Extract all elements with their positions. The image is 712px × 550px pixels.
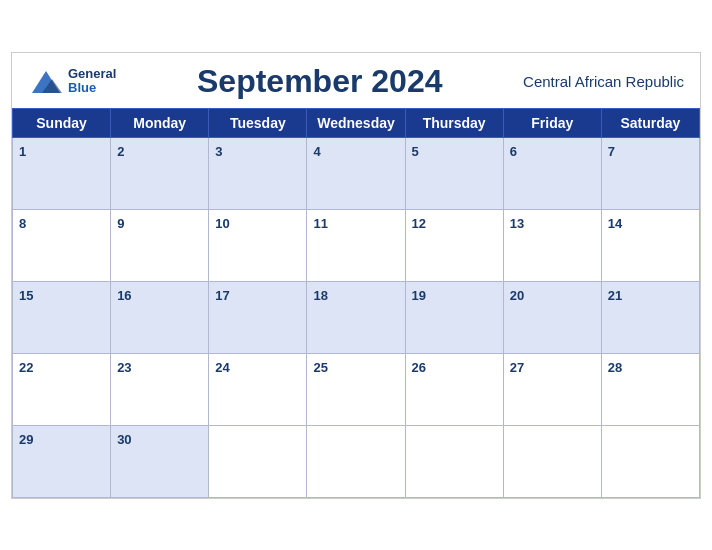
header-wednesday: Wednesday (307, 108, 405, 137)
header-sunday: Sunday (13, 108, 111, 137)
calendar-cell: 7 (601, 137, 699, 209)
calendar-cell: 30 (111, 425, 209, 497)
day-number: 10 (215, 216, 229, 231)
logo-general: General (68, 67, 116, 81)
calendar-cell: 16 (111, 281, 209, 353)
calendar-cell: 17 (209, 281, 307, 353)
calendar-header: General Blue September 2024 Central Afri… (12, 53, 700, 108)
calendar-cell (307, 425, 405, 497)
day-number: 7 (608, 144, 615, 159)
calendar: General Blue September 2024 Central Afri… (11, 52, 701, 499)
calendar-cell: 12 (405, 209, 503, 281)
header-thursday: Thursday (405, 108, 503, 137)
day-number: 13 (510, 216, 524, 231)
calendar-cell: 21 (601, 281, 699, 353)
day-number: 5 (412, 144, 419, 159)
calendar-cell: 11 (307, 209, 405, 281)
calendar-cell: 4 (307, 137, 405, 209)
header-tuesday: Tuesday (209, 108, 307, 137)
calendar-cell: 15 (13, 281, 111, 353)
logo-blue: Blue (68, 81, 116, 95)
country-name: Central African Republic (523, 73, 684, 90)
day-number: 12 (412, 216, 426, 231)
day-number: 14 (608, 216, 622, 231)
day-number: 22 (19, 360, 33, 375)
day-number: 17 (215, 288, 229, 303)
calendar-week-row: 15161718192021 (13, 281, 700, 353)
calendar-week-row: 22232425262728 (13, 353, 700, 425)
day-number: 3 (215, 144, 222, 159)
calendar-table: Sunday Monday Tuesday Wednesday Thursday… (12, 108, 700, 498)
day-number: 15 (19, 288, 33, 303)
day-number: 20 (510, 288, 524, 303)
calendar-cell: 8 (13, 209, 111, 281)
calendar-cell: 23 (111, 353, 209, 425)
calendar-cell: 14 (601, 209, 699, 281)
day-number: 2 (117, 144, 124, 159)
day-number: 8 (19, 216, 26, 231)
calendar-cell: 28 (601, 353, 699, 425)
calendar-cell: 1 (13, 137, 111, 209)
calendar-cell: 18 (307, 281, 405, 353)
day-number: 16 (117, 288, 131, 303)
header-saturday: Saturday (601, 108, 699, 137)
logo: General Blue (28, 63, 116, 99)
header-friday: Friday (503, 108, 601, 137)
day-number: 4 (313, 144, 320, 159)
calendar-week-row: 2930 (13, 425, 700, 497)
calendar-cell: 3 (209, 137, 307, 209)
day-number: 25 (313, 360, 327, 375)
calendar-cell: 9 (111, 209, 209, 281)
weekday-header-row: Sunday Monday Tuesday Wednesday Thursday… (13, 108, 700, 137)
calendar-cell: 29 (13, 425, 111, 497)
calendar-cell (601, 425, 699, 497)
day-number: 30 (117, 432, 131, 447)
header-monday: Monday (111, 108, 209, 137)
logo-icon (28, 63, 64, 99)
calendar-cell: 24 (209, 353, 307, 425)
day-number: 6 (510, 144, 517, 159)
calendar-cell (503, 425, 601, 497)
day-number: 21 (608, 288, 622, 303)
calendar-cell: 10 (209, 209, 307, 281)
calendar-cell: 27 (503, 353, 601, 425)
month-title: September 2024 (116, 63, 523, 100)
day-number: 9 (117, 216, 124, 231)
day-number: 23 (117, 360, 131, 375)
calendar-cell: 13 (503, 209, 601, 281)
day-number: 11 (313, 216, 327, 231)
day-number: 29 (19, 432, 33, 447)
calendar-cell: 26 (405, 353, 503, 425)
day-number: 19 (412, 288, 426, 303)
day-number: 1 (19, 144, 26, 159)
day-number: 26 (412, 360, 426, 375)
calendar-cell: 19 (405, 281, 503, 353)
calendar-cell: 2 (111, 137, 209, 209)
day-number: 18 (313, 288, 327, 303)
calendar-cell: 6 (503, 137, 601, 209)
calendar-cell: 20 (503, 281, 601, 353)
calendar-week-row: 891011121314 (13, 209, 700, 281)
day-number: 28 (608, 360, 622, 375)
calendar-cell: 5 (405, 137, 503, 209)
calendar-cell: 22 (13, 353, 111, 425)
calendar-cell: 25 (307, 353, 405, 425)
day-number: 27 (510, 360, 524, 375)
day-number: 24 (215, 360, 229, 375)
calendar-cell (209, 425, 307, 497)
calendar-cell (405, 425, 503, 497)
calendar-week-row: 1234567 (13, 137, 700, 209)
